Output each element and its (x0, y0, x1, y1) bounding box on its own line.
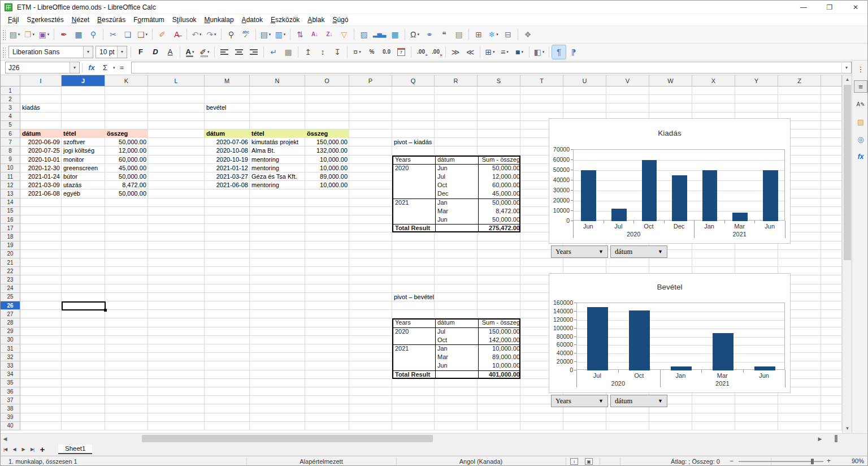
add-decimal-place-icon[interactable]: .00+ (414, 45, 428, 59)
row-header-36[interactable]: 36 (1, 387, 20, 396)
first-sheet-icon[interactable]: |◀ (1, 445, 10, 455)
menu-file[interactable]: Fájl (4, 15, 23, 25)
print-preview-icon[interactable]: ⚲ (86, 28, 100, 41)
cut-icon[interactable]: ✂ (106, 28, 120, 41)
chevron-down-icon[interactable]: ▾ (117, 46, 127, 58)
font-name-combo[interactable]: Liberation Sans ▾ (8, 46, 93, 58)
row-header-27[interactable]: 27 (1, 310, 20, 318)
menu-data[interactable]: Adatok (238, 15, 267, 25)
row-header-14[interactable]: 14 (1, 199, 20, 207)
insert-comment-icon[interactable]: ❝ (437, 28, 451, 41)
zoom-in-icon[interactable]: + (827, 457, 831, 465)
column-header-X[interactable]: X (692, 75, 735, 87)
functions-deck-icon[interactable]: fx (854, 150, 867, 163)
freeze-rows-columns-icon[interactable]: ❄▾ (487, 28, 500, 41)
format-date-icon[interactable]: 7 (394, 45, 408, 59)
expand-formula-bar-icon[interactable]: ▾ (841, 62, 852, 74)
split-window-icon[interactable]: ⊟ (501, 28, 515, 41)
row-header-31[interactable]: 31 (1, 344, 20, 353)
center-vertically-icon[interactable]: ↕ (316, 45, 329, 59)
autofilter-icon[interactable]: ▽ (337, 28, 351, 41)
spelling-icon[interactable]: abc✓ (239, 28, 253, 41)
undo-icon[interactable]: ↶▾ (190, 28, 203, 41)
navigator-deck-icon[interactable]: ◎ (854, 133, 867, 145)
row-header-7[interactable]: 7 (1, 138, 20, 146)
merge-cells-icon[interactable]: ▦ (281, 45, 295, 59)
export-pdf-icon[interactable]: ✒ (57, 28, 71, 41)
font-color-icon[interactable]: A▾ (183, 45, 197, 59)
row-header-3[interactable]: 3 (1, 103, 20, 112)
row-header-6[interactable]: 6 (1, 130, 20, 138)
align-bottom-icon[interactable]: ↧ (331, 45, 344, 59)
italic-icon[interactable]: D (149, 45, 162, 59)
scroll-left-icon[interactable]: ◀ (1, 434, 10, 443)
wrap-text-icon[interactable]: ↵ (267, 45, 280, 59)
save-icon[interactable]: ▣▾ (37, 28, 51, 41)
name-box[interactable]: J26 ▾ (5, 62, 80, 74)
row-header-17[interactable]: 17 (1, 224, 20, 232)
row-header-40[interactable]: 40 (1, 422, 20, 430)
insert-columns-icon[interactable]: ▥▾ (274, 28, 287, 41)
special-character-icon[interactable]: Ω▾ (408, 28, 422, 41)
align-left-icon[interactable] (218, 45, 231, 59)
row-header-21[interactable]: 21 (1, 258, 20, 267)
background-color-icon[interactable]: ■▾ (513, 45, 526, 59)
column-header-W[interactable]: W (649, 75, 692, 87)
increase-indent-icon[interactable]: ≫ (449, 45, 462, 59)
scroll-down-icon[interactable]: ▼ (843, 424, 852, 433)
chart-bevétel[interactable]: Bevétel020000400006000080000100000120000… (549, 273, 791, 393)
column-header-T[interactable]: T (520, 75, 563, 87)
align-center-icon[interactable] (232, 45, 246, 59)
clone-formatting-icon[interactable]: ✐ (155, 28, 169, 41)
chevron-down-icon[interactable]: ▾ (113, 66, 115, 70)
scroll-up-icon[interactable]: ▲ (843, 75, 852, 84)
menu-window[interactable]: Ablak (303, 15, 328, 25)
insert-mode-indicator[interactable]: I (570, 458, 578, 465)
row-header-10[interactable]: 10 (1, 164, 20, 172)
properties-deck-icon[interactable]: ≡ (854, 80, 867, 93)
pivot-chart-filter-years[interactable]: Years▼ (551, 245, 608, 258)
page-style[interactable]: Alapértelmezett (246, 456, 396, 466)
align-right-icon[interactable] (247, 45, 261, 59)
menu-help[interactable]: Súgó (328, 15, 352, 25)
column-header-L[interactable]: L (148, 75, 205, 87)
column-header-V[interactable]: V (606, 75, 649, 87)
row-header-39[interactable]: 39 (1, 413, 20, 422)
menu-insert[interactable]: Beszúrás (93, 15, 129, 25)
insert-chart-icon[interactable]: ▂▅▃ (372, 28, 387, 41)
column-header-Y[interactable]: Y (735, 75, 778, 87)
border-style-icon[interactable]: ≡▾ (498, 45, 511, 59)
row-header-38[interactable]: 38 (1, 404, 20, 413)
insert-pivot-table-icon[interactable]: ▦ (388, 28, 402, 41)
toolbar-drag-handle[interactable] (2, 46, 6, 58)
insert-rows-icon[interactable]: ▤▾ (259, 28, 272, 41)
row-header-30[interactable]: 30 (1, 336, 20, 344)
format-percent-icon[interactable]: % (365, 45, 379, 59)
sheet-tab[interactable]: Sheet1 (58, 445, 92, 454)
row-header-18[interactable]: 18 (1, 232, 20, 241)
print-icon[interactable]: ▦ (72, 28, 85, 41)
column-header-I[interactable]: I (20, 75, 62, 87)
menu-tools[interactable]: Eszközök (267, 15, 303, 25)
column-header-Q[interactable]: Q (392, 75, 435, 87)
paste-icon[interactable]: ❑▾ (136, 28, 149, 41)
row-header-16[interactable]: 16 (1, 215, 20, 224)
zoom-slider[interactable] (739, 461, 823, 462)
row-header-1[interactable]: 1 (1, 87, 20, 95)
print-area-icon[interactable]: ⊞ (472, 28, 485, 41)
menu-sheet[interactable]: Munkalap (201, 15, 238, 25)
sort-icon[interactable]: ⇅ (293, 28, 307, 41)
row-header-8[interactable]: 8 (1, 146, 20, 155)
sort-ascending-icon[interactable]: A↓ (308, 28, 322, 41)
styles-deck-icon[interactable]: A✎ (854, 98, 867, 110)
row-header-26[interactable]: 26 (1, 301, 20, 310)
row-header-11[interactable]: 11 (1, 172, 20, 181)
left-to-right-icon[interactable]: ¶ (552, 45, 566, 59)
vertical-scroll-thumb[interactable] (844, 85, 851, 260)
close-button[interactable]: ✕ (843, 1, 868, 14)
language-status[interactable]: Angol (Kanada) (396, 456, 566, 466)
open-icon[interactable]: ❐▾ (23, 28, 36, 41)
grid-corner[interactable] (1, 75, 20, 87)
row-header-29[interactable]: 29 (1, 327, 20, 336)
row-header-28[interactable]: 28 (1, 318, 20, 327)
